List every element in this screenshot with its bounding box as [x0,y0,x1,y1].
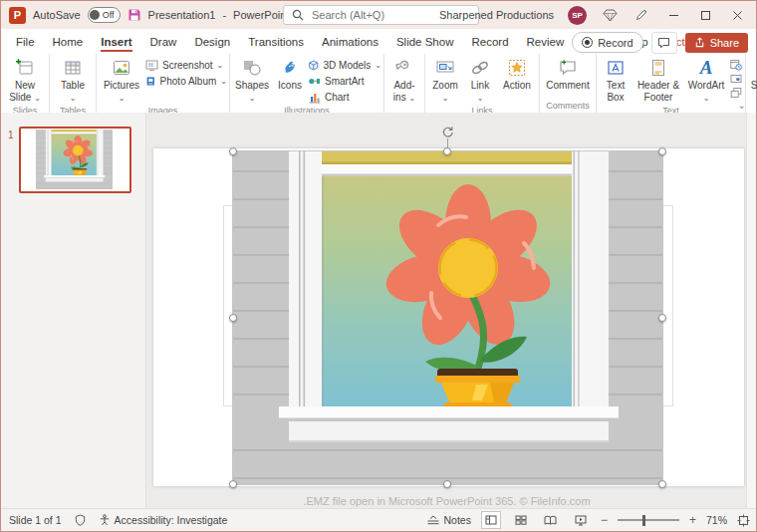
draw-pen-icon[interactable] [632,6,650,24]
minimize-button[interactable] [664,6,682,24]
designer-diamond-icon[interactable] [601,6,619,24]
thumbnail-picture [35,130,114,189]
save-icon[interactable] [127,8,141,22]
chart-button[interactable]: Chart [308,90,381,105]
tab-home[interactable]: Home [44,32,93,52]
autosave-toggle[interactable]: Off [88,7,121,23]
tab-animations[interactable]: Animations [313,32,387,52]
document-title: Presentation1 [148,9,216,21]
tab-record[interactable]: Record [462,32,517,52]
pictures-button[interactable]: Pictures⌄ [99,56,144,105]
share-button[interactable]: Share [685,33,748,53]
ribbon-group-links: Zoom⌄ Link⌄ Action Links [425,54,540,113]
group-label-addins [386,105,422,113]
text-box-button[interactable]: Text Box [599,56,632,105]
link-icon [470,58,490,78]
tab-slide-show[interactable]: Slide Show [387,32,463,52]
resize-handle-middle-left[interactable] [229,314,237,322]
scrollbar-gutter[interactable] [746,113,756,509]
record-button[interactable]: Record [572,32,642,53]
resize-handle-bottom-left[interactable] [229,480,237,488]
search-icon [292,9,304,21]
tab-design[interactable]: Design [185,32,239,52]
maximize-button[interactable] [696,6,714,24]
action-button[interactable]: Action [497,56,537,94]
collapse-ribbon-chevron-icon[interactable]: ⌄ [738,100,746,111]
resize-handle-top-middle[interactable] [443,147,451,155]
ribbon-group-comments: Comment Comments [540,54,597,113]
comment-button[interactable]: Comment [542,56,594,94]
reading-view-button[interactable] [541,511,561,529]
rotation-handle[interactable] [441,126,454,138]
screenshot-button[interactable]: Screenshot ⌄ [145,58,227,73]
chevron-down-icon: ⌄ [34,94,41,103]
3d-models-button[interactable]: 3D Models ⌄ [308,58,381,73]
spell-check-icon[interactable] [75,514,86,526]
watermark-caption: .EMZ file open in Microsoft PowerPoint 3… [146,495,747,507]
account-name[interactable]: Sharpened Productions [439,9,554,21]
zoom-slider[interactable] [618,519,679,521]
wordart-label: WordArt [688,80,725,91]
app-name: PowerPoint [233,9,289,21]
chevron-down-icon: ⌄ [442,94,449,103]
powerpoint-logo-icon[interactable]: P [9,7,26,24]
accessibility-status[interactable]: Accessibility: Investigate [99,514,228,526]
resize-handle-top-left[interactable] [229,147,237,155]
slide-thumbnail[interactable] [19,127,131,193]
slide-number-button[interactable] [730,73,742,85]
fit-to-window-button[interactable] [737,514,750,527]
addins-icon [394,58,414,78]
table-label: Table [61,80,85,91]
resize-handle-bottom-right[interactable] [658,480,666,488]
wordart-button[interactable]: A WordArt ⌄ [684,56,728,105]
slide-sorter-view-button[interactable] [511,511,531,529]
tab-transitions[interactable]: Transitions [239,32,313,52]
fit-to-window-icon [737,514,750,527]
symbols-button[interactable]: Ω Symbols⌄ [748,56,757,105]
comments-button[interactable] [651,32,677,54]
zoom-button[interactable]: Zoom⌄ [427,56,463,105]
notes-label: Notes [444,514,471,526]
zoom-out-button[interactable]: − [601,514,608,526]
chart-label: Chart [325,92,349,103]
photo-album-button[interactable]: Photo Album ⌄ [145,74,227,89]
avatar[interactable]: SP [568,6,587,25]
icons-button[interactable]: Icons [273,56,307,94]
close-button[interactable] [728,6,746,24]
resize-handle-top-right[interactable] [658,147,666,155]
notes-icon [426,515,440,526]
new-slide-button[interactable]: New Slide ⌄ [3,56,47,105]
addins-button[interactable]: Add-ins ⌄ [386,56,422,105]
slideshow-icon [575,514,587,526]
header-footer-button[interactable]: Header & Footer [633,56,683,105]
tab-insert[interactable]: Insert [92,32,140,52]
share-icon [694,37,705,48]
date-time-button[interactable] [730,59,742,71]
resize-handle-bottom-middle[interactable] [443,480,451,488]
zoom-label: Zoom [432,80,458,91]
shapes-button[interactable]: Shapes⌄ [232,56,272,105]
tab-draw[interactable]: Draw [141,32,186,52]
notes-button[interactable]: Notes [426,514,471,526]
ribbon-group-text: Text Box Header & Footer A WordArt ⌄ [597,54,746,113]
zoom-slider-handle[interactable] [642,515,645,526]
record-button-label: Record [598,37,632,49]
zoom-level[interactable]: 71% [706,514,727,526]
tab-file[interactable]: File [7,32,44,52]
reading-view-icon [544,515,557,526]
tab-review[interactable]: Review [518,32,574,52]
slide-sorter-icon [515,514,527,526]
object-button[interactable] [730,87,742,99]
header-footer-label: Header & Footer [637,80,679,103]
ribbon-group-slides: New Slide ⌄ Slides [1,54,50,113]
flower-window-picture[interactable] [233,151,662,484]
smartart-button[interactable]: SmartArt [308,74,381,89]
icons-bird-icon [280,58,300,78]
zoom-in-button[interactable]: + [689,514,696,526]
resize-handle-middle-right[interactable] [658,314,666,322]
link-button[interactable]: Link⌄ [464,56,496,105]
slideshow-view-button[interactable] [571,511,591,529]
table-button[interactable]: Table⌄ [52,56,94,105]
ribbon-group-addins: Add-ins ⌄ [384,54,425,113]
normal-view-button[interactable] [481,511,501,529]
